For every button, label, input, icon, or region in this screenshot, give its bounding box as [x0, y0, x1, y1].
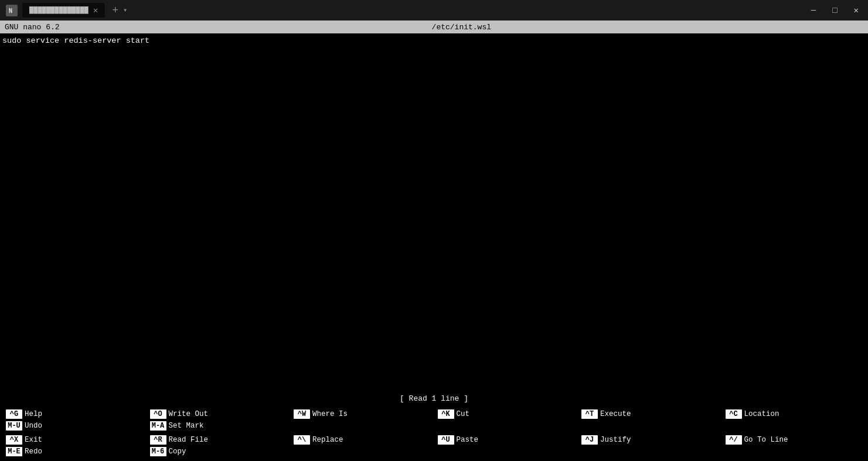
tab-close-button[interactable]: ✕ [93, 5, 98, 15]
shortcut-execute[interactable]: ^T Execute [578, 408, 722, 420]
shortcut-exit[interactable]: ^X Exit [2, 434, 147, 446]
titlebar: N ██████████████ ✕ + ▾ ─ □ ✕ [0, 0, 868, 21]
shortcuts-container: ^G Help ^O Write Out ^W Where Is ^K Cut … [0, 405, 868, 461]
shortcut-row-2: ^X Exit ^R Read File ^\ Replace ^U Paste… [0, 433, 868, 459]
shortcut-label-justify: Justify [600, 436, 631, 444]
shortcut-key-where-is: ^W [294, 409, 310, 419]
shortcut-read-file[interactable]: ^R Read File [147, 434, 291, 446]
shortcut-label-redo: Redo [25, 448, 42, 456]
shortcut-paste[interactable]: ^U Paste [434, 434, 578, 446]
shortcut-copy[interactable]: M-6 Copy [147, 446, 291, 457]
shortcut-key-write-out: ^O [150, 409, 166, 419]
shortcut-key-paste: ^U [438, 435, 454, 445]
shortcut-go-to-line[interactable]: ^/ Go To Line [722, 434, 866, 446]
shortcut-label-go-to-line: Go To Line [744, 436, 788, 444]
shortcut-set-mark[interactable]: M-A Set Mark [147, 420, 291, 432]
shortcut-label-exit: Exit [25, 436, 42, 444]
minimize-button[interactable]: ─ [808, 5, 819, 16]
tab-label: ██████████████ [29, 6, 88, 15]
nano-header: GNU nano 6.2 /etc/init.wsl [0, 21, 868, 33]
shortcut-label-paste: Paste [457, 436, 479, 444]
editor-area[interactable]: sudo service redis-server start [0, 33, 868, 392]
shortcut-key-justify: ^J [581, 435, 598, 445]
shortcut-where-is[interactable]: ^W Where Is [290, 408, 434, 420]
shortcut-key-help: ^G [6, 409, 22, 419]
window-controls: ─ □ ✕ [808, 4, 862, 16]
shortcut-location[interactable]: ^C Location [722, 408, 866, 420]
shortcut-label-location: Location [744, 410, 780, 418]
shortcut-key-exit: ^X [6, 435, 22, 445]
shortcut-key-copy: M-6 [150, 447, 166, 456]
shortcut-replace[interactable]: ^\ Replace [290, 434, 434, 446]
shortcut-key-undo: M-U [6, 421, 22, 431]
shortcut-key-execute: ^T [581, 409, 598, 419]
read-status-message: [ Read 1 line ] [400, 394, 468, 403]
shortcut-write-out[interactable]: ^O Write Out [147, 408, 291, 420]
shortcut-justify[interactable]: ^J Justify [578, 434, 722, 446]
shortcut-row-1: ^G Help ^O Write Out ^W Where Is ^K Cut … [0, 407, 868, 433]
shortcut-label-help: Help [25, 410, 42, 418]
file-name: /etc/init.wsl [60, 23, 863, 32]
shortcut-label-write-out: Write Out [169, 410, 209, 418]
app-icon: N [6, 5, 18, 16]
editor-content: sudo service redis-server start [2, 36, 866, 47]
shortcut-key-redo: M-E [6, 447, 22, 456]
close-button[interactable]: ✕ [850, 4, 862, 16]
tab-dropdown-button[interactable]: ▾ [121, 6, 130, 15]
read-status-bar: [ Read 1 line ] [0, 392, 868, 405]
shortcut-redo[interactable]: M-E Redo [2, 446, 147, 457]
shortcut-label-copy: Copy [169, 448, 186, 456]
shortcut-key-set-mark: M-A [150, 421, 166, 431]
shortcut-label-replace: Replace [312, 436, 343, 444]
shortcut-label-execute: Execute [600, 410, 631, 418]
shortcut-label-read-file: Read File [169, 436, 209, 444]
shortcut-cut[interactable]: ^K Cut [434, 408, 578, 420]
shortcut-undo[interactable]: M-U Undo [2, 420, 147, 432]
maximize-button[interactable]: □ [829, 5, 840, 16]
terminal-tab[interactable]: ██████████████ ✕ [22, 3, 105, 18]
new-tab-button[interactable]: + [110, 5, 121, 16]
svg-text:N: N [9, 8, 12, 14]
shortcut-help[interactable]: ^G Help [2, 408, 147, 420]
shortcut-label-where-is: Where Is [312, 410, 348, 418]
nano-version: GNU nano 6.2 [5, 23, 60, 32]
shortcut-label-cut: Cut [457, 410, 470, 418]
shortcut-key-replace: ^\ [294, 435, 310, 445]
shortcut-label-set-mark: Set Mark [169, 422, 204, 430]
shortcut-key-cut: ^K [438, 409, 454, 419]
shortcut-key-location: ^C [726, 409, 742, 419]
shortcut-label-undo: Undo [25, 422, 42, 430]
shortcut-key-read-file: ^R [150, 435, 166, 445]
shortcut-key-go-to-line: ^/ [726, 435, 742, 445]
